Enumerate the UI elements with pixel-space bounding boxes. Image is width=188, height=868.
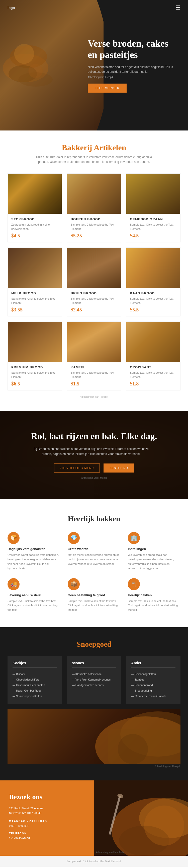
sweets-list-item: Vers Fruit Karnemelk scones bbox=[72, 677, 116, 682]
feature-icon: 🏢 bbox=[128, 532, 140, 544]
hero-bread-illustration bbox=[0, 0, 57, 130]
sweets-list-item: Klassieke boterscone bbox=[72, 671, 116, 677]
product-image bbox=[8, 174, 62, 214]
visit-section: Bezoek ons 171 Rock Street, 21 AvenueNew… bbox=[0, 780, 188, 856]
product-card: KAAS BROOD Sample text. Click to select … bbox=[126, 247, 181, 316]
product-info: GEMENGD GRAAN Sample text. Click to sele… bbox=[126, 214, 180, 242]
product-name: GEMENGD GRAAN bbox=[130, 217, 177, 221]
feature-description: Sample text. Click to select the text bo… bbox=[68, 599, 120, 612]
promo-content: Rol, laat rijzen en bak. Elke dag. Bij B… bbox=[31, 431, 157, 472]
sweets-category-card: Ander SeizoensgelettenTaartjesBananenbro… bbox=[126, 656, 181, 704]
product-name: KANEEL bbox=[71, 365, 118, 369]
product-card: KANEEL Sample text. Click to select the … bbox=[67, 321, 121, 391]
product-image bbox=[126, 248, 180, 288]
hero-description: Nibh venenatis cras sed felis eget velit… bbox=[88, 65, 178, 74]
feature-name: Levering aan uw deur bbox=[7, 593, 60, 597]
nav-hamburger[interactable]: ☰ bbox=[176, 4, 181, 11]
product-price: $2.45 bbox=[71, 307, 118, 313]
navigation: logo ☰ bbox=[0, 0, 188, 16]
svg-point-5 bbox=[28, 64, 43, 78]
sweets-list-item: Haver Gember Reep bbox=[12, 688, 57, 693]
sweets-category-card: Koekjes BiscottiChocoladeschilfersHaverm… bbox=[7, 656, 62, 704]
visit-address-line: 171 Rock Street, 21 Avenue bbox=[9, 806, 85, 811]
visit-address: 171 Rock Street, 21 AvenueNew York, NY 1… bbox=[9, 806, 85, 816]
feature-description: Ons brood wordt dagelijks vers gebakken,… bbox=[7, 553, 60, 570]
product-name: PREMIUM BROOD bbox=[11, 365, 58, 369]
visit-title: Bezoek ons bbox=[9, 793, 85, 801]
nav-logo: logo bbox=[7, 6, 15, 10]
product-image bbox=[8, 322, 62, 362]
feature-icon: 📦 bbox=[68, 578, 80, 590]
product-card: BRUIN BROOD Sample text. Click to select… bbox=[67, 247, 121, 316]
svg-point-14 bbox=[144, 806, 184, 846]
sweets-title: Snoepgoed bbox=[7, 640, 181, 648]
sweets-items-list: SeizoensgelettenTaartjesBananenbroodBroo… bbox=[131, 671, 176, 699]
product-price: $4.5 bbox=[11, 233, 58, 239]
product-name: KAAS BROOD bbox=[130, 291, 177, 295]
product-name: MELK BROOD bbox=[11, 291, 58, 295]
visit-image-credit: Afbeelding van Unsplash bbox=[94, 849, 126, 856]
visit-hours-value: 9:00 – 19:00uur bbox=[9, 824, 85, 829]
sweets-section: Snoepgoed Koekjes BiscottiChocoladeschil… bbox=[0, 627, 188, 780]
footer-text: Sample text. Click to select the Text El… bbox=[67, 860, 121, 863]
order-button[interactable]: BESTEL NU bbox=[104, 464, 134, 472]
feature-name: Grote waarde bbox=[68, 547, 120, 551]
product-info: BOEREN BROOD Sample text. Click to selec… bbox=[67, 214, 121, 242]
hero-image-credit: Afbeelding van Freepik bbox=[88, 76, 178, 79]
visit-info-panel: Bezoek ons 171 Rock Street, 21 AvenueNew… bbox=[0, 780, 94, 856]
sweets-items-list: BiscottiChocoladeschilfersHavermout Peca… bbox=[12, 671, 57, 699]
sweets-list-item: Taartjes bbox=[131, 677, 176, 682]
product-info: BRUIN BROOD Sample text. Click to select… bbox=[67, 288, 121, 316]
product-description: Sample text. Click to select the Text El… bbox=[11, 371, 58, 379]
menu-button[interactable]: ZIE VOLLEDIG MENU bbox=[54, 464, 100, 472]
product-image bbox=[67, 322, 121, 362]
sweets-list-item: Handgemaakte scones bbox=[72, 682, 116, 688]
visit-phone-label: TELEFOON bbox=[9, 832, 85, 835]
feature-description: Sample text. Click to select the text bo… bbox=[128, 599, 181, 612]
feature-name: Geen bestelling te groot bbox=[68, 593, 120, 597]
product-info: MELK BROOD Sample text. Click to select … bbox=[8, 288, 62, 316]
feature-name: Dagelijks vers gebakken bbox=[7, 547, 60, 551]
articles-images-credit: Afbeeldingen van Freepik bbox=[7, 396, 181, 398]
product-info: CROISSANT Sample text. Click to select t… bbox=[126, 362, 180, 390]
features-section: Heerlijk bakken 🍞 Dagelijks vers gebakke… bbox=[0, 499, 188, 627]
features-grid: 🍞 Dagelijks vers gebakken Ons brood word… bbox=[7, 532, 181, 612]
sweets-image-area: Afbeelding van Freepik bbox=[7, 709, 181, 768]
sweets-category-title: Ander bbox=[131, 661, 176, 668]
sweets-list-item: Chocoladeschilfers bbox=[12, 677, 57, 682]
feature-icon: 🍞 bbox=[7, 532, 20, 544]
product-card: STOKBROOD Zuurdeeigm stokbrood in kleine… bbox=[7, 174, 62, 242]
articles-title: Bakkerij Artikelen bbox=[7, 143, 181, 152]
sweets-list-item: Broodpudding bbox=[131, 688, 176, 693]
feature-item: 🍞 Dagelijks vers gebakken Ons brood word… bbox=[7, 532, 60, 570]
sweets-image-credit: Afbeelding van Freepik bbox=[7, 765, 181, 768]
product-name: BRUIN BROOD bbox=[71, 291, 118, 295]
feature-description: Met de meest concurrerende prijzen op de… bbox=[68, 553, 120, 566]
visit-image-panel: Afbeelding van Unsplash bbox=[94, 780, 188, 856]
product-price: $4.5 bbox=[130, 233, 177, 239]
articles-section: Bakkerij Artikelen Duis aute irure dolor… bbox=[0, 130, 188, 411]
feature-icon: 💎 bbox=[68, 532, 80, 544]
visit-hours-label: MAANDAG - ZATERDAG bbox=[9, 820, 85, 823]
product-card: MELK BROOD Sample text. Click to select … bbox=[7, 247, 62, 316]
svg-point-4 bbox=[14, 44, 34, 64]
product-card: CROISSANT Sample text. Click to select t… bbox=[126, 321, 181, 391]
product-name: STOKBROOD bbox=[11, 217, 58, 221]
hero-cta-button[interactable]: LEES VERDER bbox=[88, 84, 126, 93]
products-grid: STOKBROOD Zuurdeeigm stokbrood in kleine… bbox=[7, 174, 181, 391]
feature-description: We leveren ons brood scala aan instellin… bbox=[128, 553, 181, 570]
product-price: $3.55 bbox=[11, 307, 58, 313]
promo-description: Bij Broodjes en sandwiches staat vershei… bbox=[31, 446, 151, 457]
promo-section: Rol, laat rijzen en bak. Elke dag. Bij B… bbox=[0, 411, 188, 499]
product-description: Sample text. Click to select the Text El… bbox=[130, 223, 177, 231]
product-price: $5.5 bbox=[130, 307, 177, 313]
product-image bbox=[126, 322, 180, 362]
sweets-bread-illustration bbox=[7, 709, 181, 764]
visit-phone-value: 1 (123) 457-6591 bbox=[9, 836, 85, 841]
product-price: $6.5 bbox=[11, 381, 58, 387]
product-info: KANEEL Sample text. Click to select the … bbox=[67, 362, 121, 390]
sweets-background-image bbox=[7, 709, 181, 764]
sweets-list-item: Seizoensgeletten bbox=[131, 671, 176, 677]
feature-name: Heerlijk bakken bbox=[128, 593, 181, 597]
sweets-grid: Koekjes BiscottiChocoladeschilfersHaverm… bbox=[7, 656, 181, 704]
